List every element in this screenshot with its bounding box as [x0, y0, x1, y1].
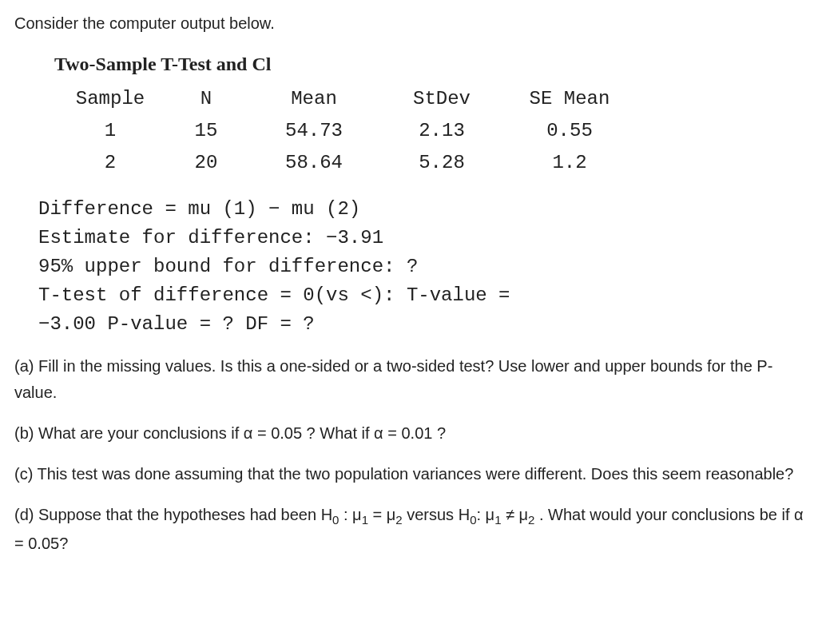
- mu-symbol: μ: [352, 506, 362, 523]
- mu-symbol: μ: [519, 506, 529, 523]
- header-mean: Mean: [246, 83, 382, 115]
- ttest-line: T-test of difference = 0(vs <): T-value …: [38, 281, 804, 310]
- question-a: (a) Fill in the missing values. Is this …: [14, 353, 804, 406]
- header-sample: Sample: [54, 83, 166, 115]
- cell-n: 20: [166, 147, 246, 179]
- qd-end: ?: [59, 535, 68, 552]
- difference-block: Difference = mu (1) − mu (2) Estimate fo…: [38, 195, 804, 339]
- alpha-01: α = 0.01: [374, 424, 432, 442]
- table-header-row: Sample N Mean StDev SE Mean: [54, 83, 637, 115]
- table-row: 1 15 54.73 2.13 0.55: [54, 115, 637, 147]
- qd-suffix: . What would your conclusions be if: [534, 506, 794, 523]
- output-title: Two-Sample T-Test and Cl: [54, 50, 804, 78]
- neq-symbol: ≠: [501, 506, 518, 523]
- cell-stdev: 2.13: [382, 115, 502, 147]
- table-row: 2 20 58.64 5.28 1.2: [54, 147, 637, 179]
- question-b: (b) What are your conclusions if α = 0.0…: [14, 420, 804, 447]
- cell-sample: 2: [54, 147, 166, 179]
- cell-stdev: 5.28: [382, 147, 502, 179]
- diff-definition: Difference = mu (1) − mu (2): [38, 195, 804, 224]
- header-se: SE Mean: [502, 83, 637, 115]
- qb-mid: ? What if: [302, 424, 374, 442]
- estimate-line: Estimate for difference: −3.91: [38, 224, 804, 252]
- stats-table: Sample N Mean StDev SE Mean 1 15 54.73 2…: [54, 83, 637, 179]
- qb-prefix: (b) What are your conclusions if: [14, 424, 244, 442]
- sub-2: 2: [395, 513, 402, 527]
- qd-prefix: (d) Suppose that the hypotheses had been: [14, 506, 321, 523]
- question-c: (c) This test was done assuming that the…: [14, 461, 804, 487]
- mu-symbol: μ: [387, 506, 396, 523]
- colon: :: [339, 506, 352, 523]
- header-n: N: [166, 83, 246, 115]
- header-stdev: StDev: [382, 83, 502, 115]
- qb-suffix: ?: [432, 424, 446, 442]
- sub-0: 0: [470, 513, 476, 527]
- cell-se: 1.2: [502, 147, 637, 179]
- h0-symbol: H: [321, 506, 332, 523]
- question-d: (d) Suppose that the hypotheses had been…: [14, 502, 804, 557]
- versus-text: versus: [403, 506, 459, 523]
- tvalue-line: −3.00 P-value = ? DF = ?: [38, 310, 804, 339]
- cell-mean: 58.64: [246, 147, 382, 179]
- intro-text: Consider the computer output below.: [14, 11, 804, 35]
- mu-symbol: μ: [486, 506, 495, 523]
- alpha-05: α = 0.05: [244, 424, 302, 442]
- cell-sample: 1: [54, 115, 166, 147]
- upper-bound-line: 95% upper bound for difference: ?: [38, 252, 804, 281]
- eq-symbol: =: [368, 506, 387, 523]
- h0-symbol: H: [459, 506, 470, 523]
- cell-n: 15: [166, 115, 246, 147]
- cell-se: 0.55: [502, 115, 637, 147]
- cell-mean: 54.73: [246, 115, 382, 147]
- sub-1: 1: [362, 513, 368, 527]
- computer-output: Two-Sample T-Test and Cl Sample N Mean S…: [54, 50, 804, 179]
